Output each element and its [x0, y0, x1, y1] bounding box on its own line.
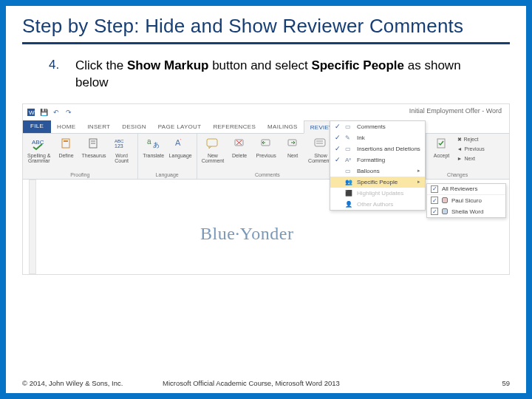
accept-button[interactable]: Accept: [431, 135, 453, 158]
menu-balloons[interactable]: ▭Balloons▸: [330, 166, 425, 177]
translate-icon: aあ: [146, 135, 162, 151]
reviewer-color-icon: [442, 208, 448, 214]
menu-ink-label: Ink: [357, 134, 365, 141]
previous-icon: [258, 135, 274, 151]
word-screenshot: W 💾 ↶ ↷ Initial Employment Offer - Word …: [22, 103, 510, 275]
newcomment-button[interactable]: New Comment: [202, 135, 224, 163]
tab-home[interactable]: HOME: [51, 120, 81, 133]
group-language-label: Language: [143, 172, 192, 178]
ink-icon: ✎: [345, 134, 352, 141]
ribbon: ABC Spelling & Grammar Define Thesaurus …: [23, 134, 509, 180]
document-logo-text: Blue·Yonder: [200, 224, 293, 244]
tab-insert[interactable]: INSERT: [81, 120, 116, 133]
reviewer-2[interactable]: ✓Sheila Word: [427, 206, 505, 217]
language-icon: A': [172, 135, 188, 151]
showmarkup-menu: ✓▭Comments ✓✎Ink ✓▭Insertions and Deleti…: [330, 120, 426, 211]
reject-button[interactable]: ✖Reject: [457, 135, 485, 144]
reviewer-2-label: Sheila Word: [451, 208, 483, 215]
tab-references[interactable]: REFERENCES: [207, 120, 262, 133]
menu-other-authors[interactable]: 👤Other Authors: [330, 199, 425, 210]
step-bold-specificpeople: Specific People: [311, 58, 404, 72]
deletecomment-button[interactable]: Delete: [228, 135, 250, 158]
menu-balloons-label: Balloons: [357, 168, 380, 174]
group-proofing-label: Proofing: [27, 172, 133, 178]
svg-text:': ': [180, 138, 181, 143]
group-comments: New Comment Delete Previous Next Show Co…: [197, 134, 338, 179]
tab-file[interactable]: FILE: [23, 120, 51, 133]
svg-text:あ: あ: [153, 141, 160, 149]
reviewer-1-label: Paul Sicuro: [451, 197, 482, 204]
course-name: Microsoft Official Academic Course, Micr…: [163, 379, 340, 387]
formatting-icon: Aᵃ: [345, 157, 352, 163]
vertical-ruler: [29, 180, 36, 274]
wordcount-label: Word Count: [115, 153, 129, 163]
previous-label: Previous: [256, 153, 276, 158]
next-icon: ►: [457, 156, 463, 161]
menu-specific-people[interactable]: 👥Specific People▸: [330, 177, 425, 188]
step-fragment: button and select: [208, 58, 311, 72]
nextchange-button[interactable]: ►Next: [457, 154, 485, 163]
group-comments-label: Comments: [202, 172, 333, 178]
reviewer-all[interactable]: ✓All Reviewers: [427, 184, 505, 195]
nextcomment-button[interactable]: Next: [282, 135, 304, 158]
instruction-step: 4. Click the Show Markup button and sele…: [22, 58, 510, 92]
step-text: Click the Show Markup button and select …: [75, 58, 488, 92]
menu-highlight-updates[interactable]: ⬛Highlight Updates: [330, 188, 425, 199]
spelling-label: Spelling & Grammar: [27, 153, 51, 163]
highlight-icon: ⬛: [345, 190, 352, 197]
prevcomment-button[interactable]: Previous: [255, 135, 277, 158]
check-icon: ✓: [335, 145, 341, 152]
spelling-button[interactable]: ABC Spelling & Grammar: [27, 135, 51, 163]
insertions-icon: ▭: [345, 146, 352, 152]
comment-icon: ▭: [345, 123, 352, 130]
quick-access-toolbar: W 💾 ↶ ↷: [23, 107, 74, 117]
thesaurus-icon: [86, 135, 102, 151]
step-fragment: Click the: [75, 58, 127, 72]
word-icon: W: [26, 107, 36, 117]
specific-people-submenu: ✓All Reviewers ✓Paul Sicuro ✓Sheila Word: [426, 183, 506, 218]
language-button[interactable]: A' Language: [169, 135, 192, 158]
svg-text:W: W: [29, 109, 35, 116]
prevchange-button[interactable]: ◄Previous: [457, 145, 485, 154]
chevron-right-icon: ▸: [417, 179, 420, 185]
define-icon: [58, 135, 75, 151]
menu-ink[interactable]: ✓✎Ink: [330, 132, 425, 143]
reject-icon: ✖: [457, 137, 462, 143]
next-icon: [284, 135, 301, 151]
redo-icon[interactable]: ↷: [64, 107, 74, 117]
define-label: Define: [58, 153, 73, 158]
newcomment-icon: [205, 135, 221, 151]
checkbox-icon: ✓: [431, 197, 438, 204]
define-button[interactable]: Define: [55, 135, 78, 158]
delete-label: Delete: [232, 153, 247, 158]
menu-comments[interactable]: ✓▭Comments: [330, 121, 425, 132]
menu-authors-label: Other Authors: [357, 201, 393, 208]
document-title: Initial Employment Offer - Word: [409, 107, 502, 115]
delete-icon: [231, 135, 248, 151]
changes-buttons: ✖Reject ◄Previous ►Next: [457, 135, 485, 163]
ribbon-tabs: FILE HOME INSERT DESIGN PAGE LAYOUT REFE…: [23, 120, 509, 134]
group-language: aあ Translate A' Language Language: [138, 134, 197, 179]
tab-mailings[interactable]: MAILINGS: [262, 120, 304, 133]
menu-insertions[interactable]: ✓▭Insertions and Deletions: [330, 143, 425, 154]
accept-label: Accept: [434, 153, 449, 158]
spelling-icon: ABC: [31, 135, 47, 151]
translate-button[interactable]: aあ Translate: [143, 135, 165, 158]
menu-updates-label: Highlight Updates: [357, 190, 403, 197]
save-icon[interactable]: 💾: [38, 107, 49, 117]
reviewer-all-label: All Reviewers: [442, 185, 477, 192]
undo-icon[interactable]: ↶: [51, 107, 61, 117]
tab-pagelayout[interactable]: PAGE LAYOUT: [152, 120, 208, 133]
page-number: 59: [502, 379, 510, 387]
check-icon: ✓: [335, 123, 341, 130]
people-icon: 👥: [345, 179, 352, 185]
wordcount-button[interactable]: ABC123 Word Count: [111, 135, 133, 163]
menu-formatting[interactable]: ✓AᵃFormatting: [330, 154, 425, 166]
group-proofing: ABC Spelling & Grammar Define Thesaurus …: [23, 134, 138, 179]
thesaurus-button[interactable]: Thesaurus: [82, 135, 106, 158]
svg-text:a: a: [147, 137, 151, 146]
tab-design[interactable]: DESIGN: [116, 120, 151, 133]
reviewer-1[interactable]: ✓Paul Sicuro: [427, 195, 505, 206]
menu-insertions-label: Insertions and Deletions: [357, 146, 420, 152]
reject-label: Reject: [464, 137, 479, 142]
